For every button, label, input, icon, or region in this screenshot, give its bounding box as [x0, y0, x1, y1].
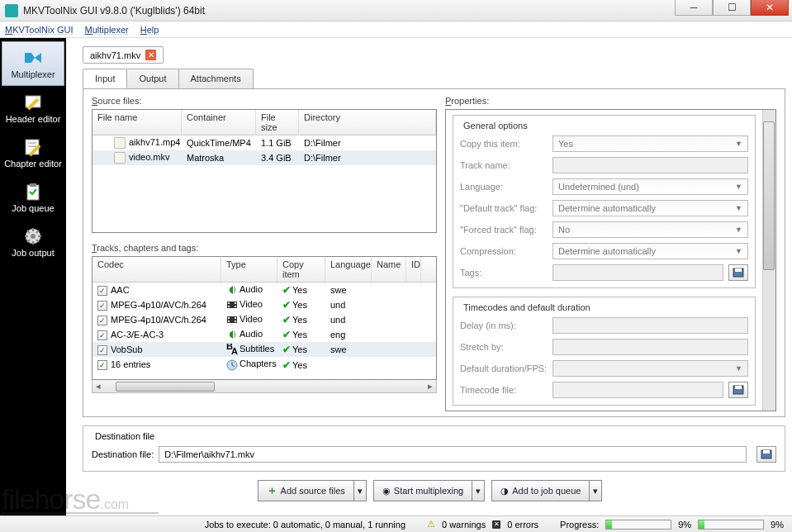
scroll-left-icon[interactable]: ◂	[92, 381, 104, 392]
status-errors[interactable]: 0 errors	[507, 520, 538, 530]
col-type[interactable]: Type	[221, 257, 277, 282]
scroll-thumb[interactable]	[116, 382, 215, 392]
tracks-header[interactable]: Codec Type Copy item Language Name ID	[92, 257, 436, 283]
svg-rect-15	[228, 321, 230, 322]
track-row[interactable]: ✓AC-3/E-AC-3Audio✔Yeseng	[92, 327, 436, 342]
start-multiplexing-dropdown[interactable]: ▾	[472, 480, 485, 501]
sidebar-item-job-output[interactable]: Job output	[2, 220, 64, 264]
property-input[interactable]	[553, 264, 723, 281]
property-input[interactable]: Undetermined (und)▼	[553, 178, 748, 195]
sidebar-label: Header editor	[6, 114, 61, 124]
property-row: Delay (in ms):	[460, 317, 748, 334]
browse-button[interactable]	[728, 382, 748, 398]
tab-output[interactable]: Output	[126, 69, 178, 88]
status-warnings[interactable]: 0 warnings	[442, 520, 486, 530]
file-tab[interactable]: aikhv71.mkv ✕	[83, 46, 164, 64]
chap-icon	[226, 359, 238, 371]
menu-mkvtoolnix[interactable]: MKVToolNix GUI	[5, 25, 74, 35]
track-checkbox[interactable]: ✓	[97, 301, 107, 311]
property-input[interactable]	[553, 157, 748, 173]
track-checkbox[interactable]: ✓	[97, 316, 107, 325]
menu-help[interactable]: Help	[140, 25, 159, 35]
property-input[interactable]: ▼	[553, 360, 748, 377]
track-checkbox[interactable]: ✓	[97, 360, 107, 370]
chevron-down-icon: ▼	[735, 364, 742, 373]
destination-label: Destination file:	[92, 449, 154, 459]
track-row[interactable]: ✓MPEG-4p10/AVC/h.264Video✔Yesund	[92, 312, 436, 327]
tab-input[interactable]: Input	[83, 69, 127, 88]
scroll-thumb[interactable]	[763, 121, 775, 270]
track-row[interactable]: ✓MPEG-4p10/AVC/h.264Video✔Yesund	[92, 297, 436, 312]
track-row[interactable]: ✓16 entriesChapters✔Yes	[92, 357, 436, 372]
close-tab-icon[interactable]: ✕	[145, 50, 156, 60]
property-input[interactable]: No▼	[553, 221, 748, 238]
source-file-row[interactable]: aikhv71.mp4 QuickTime/MP4 1.1 GiB D:\Fil…	[92, 135, 436, 150]
browse-button[interactable]	[728, 264, 748, 281]
audio-icon	[226, 284, 238, 296]
track-checkbox[interactable]: ✓	[97, 330, 107, 340]
track-row[interactable]: ✓VobSubBACSubtitles✔Yesswe	[92, 342, 436, 357]
tab-attachments[interactable]: Attachments	[178, 69, 254, 88]
col-name[interactable]: Name	[372, 257, 406, 282]
col-language[interactable]: Language	[325, 257, 372, 282]
audio-icon	[226, 329, 238, 340]
col-filename[interactable]: File name	[92, 110, 182, 135]
svg-text:AC: AC	[231, 346, 238, 355]
video-icon	[226, 314, 238, 325]
maximize-button[interactable]: ☐	[713, 0, 751, 16]
destination-browse-button[interactable]	[756, 446, 776, 463]
sidebar-label: Chapter editor	[4, 159, 62, 169]
svg-point-7	[31, 234, 36, 239]
property-label: Tags:	[460, 268, 553, 278]
property-input[interactable]: Determine automatically▼	[553, 243, 748, 259]
destination-input[interactable]	[159, 446, 747, 463]
start-multiplexing-button[interactable]: ◉Start multiplexing	[373, 480, 472, 501]
properties-scrollbar[interactable]	[762, 110, 775, 411]
sidebar-item-chapter-editor[interactable]: Chapter editor	[2, 131, 64, 175]
source-files-header[interactable]: File name Container File size Directory	[92, 110, 436, 135]
property-input[interactable]	[553, 317, 748, 334]
property-input[interactable]: Yes▼	[553, 135, 748, 152]
menu-bar: MKVToolNix GUI Multiplexer Help	[0, 21, 792, 38]
property-input[interactable]	[553, 382, 723, 398]
properties-panel: General options Copy this item:Yes▼Track…	[445, 109, 776, 411]
track-row[interactable]: ✓AACAudio✔Yesswe	[92, 283, 436, 297]
col-codec[interactable]: Codec	[92, 257, 221, 282]
scroll-right-icon[interactable]: ▸	[424, 381, 436, 392]
tracks-list[interactable]: Codec Type Copy item Language Name ID ✓A…	[92, 256, 437, 380]
source-file-row[interactable]: video.mkv Matroska 3.4 GiB D:\Filmer	[92, 150, 436, 165]
add-to-queue-dropdown[interactable]: ▾	[590, 480, 602, 501]
sidebar-item-header-editor[interactable]: Header editor	[2, 86, 64, 131]
col-container[interactable]: Container	[182, 110, 256, 135]
svg-rect-26	[763, 450, 770, 454]
sidebar-item-multiplexer[interactable]: Multiplexer	[2, 41, 64, 86]
menu-multiplexer[interactable]: Multiplexer	[85, 25, 129, 35]
col-directory[interactable]: Directory	[299, 110, 436, 135]
col-filesize[interactable]: File size	[256, 110, 299, 135]
source-files-list[interactable]: File name Container File size Directory …	[92, 109, 437, 233]
property-input[interactable]	[553, 339, 748, 355]
svg-rect-17	[235, 321, 236, 322]
content-area: aikhv71.mkv ✕ Input Output Attachments S…	[66, 38, 792, 515]
plus-icon: ＋	[267, 483, 277, 498]
sidebar-label: Job queue	[12, 203, 54, 213]
add-to-queue-button[interactable]: ◑Add to job queue	[491, 480, 590, 501]
add-source-files-button[interactable]: ＋Add source files	[258, 480, 354, 501]
add-source-files-dropdown[interactable]: ▾	[354, 480, 367, 501]
sidebar-item-job-queue[interactable]: Job queue	[2, 175, 64, 220]
properties-label: Properties:	[445, 96, 776, 106]
close-button[interactable]: ✕	[751, 0, 789, 16]
minimize-button[interactable]: ─	[675, 0, 713, 16]
property-label: Language:	[460, 182, 553, 192]
col-copyitem[interactable]: Copy item	[277, 257, 325, 282]
property-input[interactable]: Determine automatically▼	[553, 200, 748, 216]
col-id[interactable]: ID	[406, 257, 421, 282]
track-checkbox[interactable]: ✓	[97, 345, 107, 355]
tracks-hscroll[interactable]: ◂ ▸	[92, 380, 437, 393]
property-label: "Forced track" flag:	[460, 225, 553, 235]
check-icon: ✔	[282, 359, 291, 371]
property-row: Default duration/FPS:▼	[460, 360, 748, 377]
property-label: Copy this item:	[460, 139, 553, 149]
svg-rect-11	[235, 302, 236, 304]
track-checkbox[interactable]: ✓	[97, 286, 107, 296]
